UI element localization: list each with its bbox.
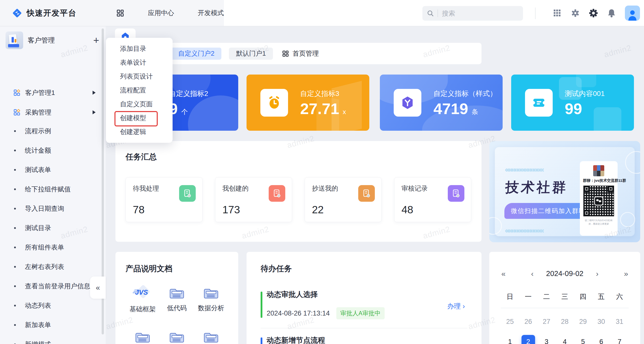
context-menu-item[interactable]: 自定义页面: [106, 97, 173, 111]
calendar-day-cell[interactable]: 30: [594, 315, 608, 328]
document-icon: [358, 185, 375, 202]
search-input[interactable]: [441, 9, 512, 18]
calendar-day-cell[interactable]: 31: [613, 315, 626, 328]
sidebar-link-item[interactable]: 新增模式: [0, 335, 106, 344]
task-summary-card[interactable]: 我创建的 173: [215, 177, 292, 222]
calendar-header: « ‹ 2024-09-02 › »: [501, 269, 629, 282]
metric-card-test-001[interactable]: 测试内容001 99: [511, 75, 634, 131]
community-banner[interactable]: «««««««««««« 技术社群 微信扫描二维码加入群聊 »»»»»»»»»»…: [489, 141, 640, 242]
task-summary-card[interactable]: 抄送我的 22: [305, 177, 382, 222]
doc-item[interactable]: JVS 低代码: [167, 286, 187, 314]
community-title: 技术社群: [505, 178, 568, 197]
settings-outline-icon[interactable]: [589, 8, 598, 18]
sidebar-link-item[interactable]: 左树右表列表: [0, 257, 106, 277]
task-summary-title: 任务汇总: [126, 152, 471, 162]
doc-item[interactable]: JVS 基础框架: [130, 286, 156, 314]
dashboard-icon[interactable]: [116, 9, 124, 17]
bullet-dot: [14, 208, 16, 210]
calendar-day-cell[interactable]: 25: [503, 315, 517, 328]
calendar-day-cell[interactable]: 7: [613, 335, 626, 344]
top-nav: 应用中心 开发模式: [116, 0, 224, 26]
user-avatar[interactable]: [625, 6, 640, 21]
context-menu-item[interactable]: 流程配置: [106, 83, 173, 97]
calendar-day-cell[interactable]: 29: [576, 315, 590, 328]
sidebar-link-item[interactable]: 测试表单: [0, 160, 106, 180]
grid-icon: [282, 50, 289, 57]
app-window: 快速开发平台 应用中心 开发模式: [0, 0, 644, 344]
add-menu-button[interactable]: +: [93, 35, 101, 45]
summary-card-value: 78: [133, 204, 145, 216]
nav-app-center[interactable]: 应用中心: [148, 9, 174, 17]
calendar-next-month-button[interactable]: ›: [596, 269, 598, 278]
doc-item[interactable]: JVS 数据分析: [198, 286, 224, 314]
calendar-day-cell[interactable]: 4: [558, 335, 572, 344]
context-menu-item-label: 自定义页面: [120, 100, 153, 109]
sidebar-link-item[interactable]: 统计金额: [0, 141, 106, 160]
calendar-day-cell[interactable]: 6: [594, 335, 608, 344]
calendar-day-cell[interactable]: 28: [558, 315, 572, 328]
calendar-day-cell[interactable]: 27: [540, 315, 553, 328]
tab-default-portal-1[interactable]: 默认门户1: [229, 48, 273, 60]
metric-unit: 个: [181, 108, 188, 116]
document-icon: [179, 185, 196, 202]
context-menu-item[interactable]: 创建逻辑: [106, 125, 173, 139]
context-menu-item[interactable]: 表单设计: [106, 56, 173, 70]
sidebar-link-item[interactable]: 流程示例: [0, 121, 106, 141]
summary-card-value: 173: [222, 204, 240, 216]
apps-grid-icon[interactable]: [552, 8, 562, 18]
nav-dev-mode[interactable]: 开发模式: [198, 9, 224, 17]
calendar-next-year-button[interactable]: »: [624, 269, 628, 278]
app-thumbnail: [6, 31, 23, 49]
folder-icon[interactable]: [135, 330, 150, 343]
notification-bell-icon[interactable]: [607, 8, 616, 18]
sidebar-group-item[interactable]: 采购管理: [0, 102, 106, 122]
task-summary-card[interactable]: 审核记录 48: [394, 177, 471, 222]
group-avatar: [593, 165, 604, 176]
sidebar-collapse-button[interactable]: «: [90, 277, 106, 299]
settings-filled-icon[interactable]: [571, 8, 580, 18]
sidebar-link-item[interactable]: 所有组件表单: [0, 238, 106, 257]
calendar-day-cell[interactable]: 1: [503, 335, 517, 344]
sidebar-link-item[interactable]: 测试目录: [0, 218, 106, 238]
context-menu-item[interactable]: 列表页设计: [106, 70, 173, 83]
summary-card-value: 48: [401, 204, 413, 216]
context-menu-item[interactable]: 创建模型: [106, 111, 173, 125]
sidebar-link-label: 导入日期查询: [25, 204, 64, 213]
task-handle-link[interactable]: 办理 ›: [447, 302, 465, 311]
sidebar: 客户管理 + 客户管理1: [0, 26, 106, 344]
calendar-day-cell[interactable]: 5: [576, 335, 590, 344]
alarm-clock-icon: [260, 89, 288, 117]
header-icons: [552, 0, 640, 26]
sidebar-link-item[interactable]: 动态列表: [0, 296, 106, 315]
metric-card-custom-3[interactable]: 自定义指标3 27.71x: [247, 75, 369, 131]
bullet-dot: [14, 324, 16, 326]
task-timestamp: 2024-08-26 17:13:14: [267, 309, 330, 317]
sidebar-link-label: 测试目录: [25, 224, 51, 232]
calendar-day-cell[interactable]: 3: [540, 335, 553, 344]
metric-unit: x: [343, 108, 346, 116]
sidebar-link-item[interactable]: 新加表单: [0, 315, 106, 335]
weekday-label: 一: [525, 292, 532, 308]
calendar-day-cell[interactable]: 26: [521, 315, 535, 328]
sidebar-link-item[interactable]: 导入日期查询: [0, 199, 106, 218]
weekday-label: 日: [507, 292, 513, 308]
doc-item-label: 基础框架: [130, 305, 156, 314]
sidebar-group-item[interactable]: 客户管理1: [0, 83, 106, 102]
qr-code: [583, 186, 614, 216]
task-summary-panel: 任务汇总 待我处理: [115, 141, 481, 242]
doc-item-label: 数据分析: [198, 304, 224, 313]
context-menu-item[interactable]: 添加目录: [106, 42, 173, 56]
metric-card-custom-style[interactable]: 自定义指标（样式） 4719条: [380, 75, 503, 131]
calendar-day-cell[interactable]: 2: [521, 335, 535, 344]
sidebar-link-item[interactable]: 查看当前登录用户信息: [0, 277, 106, 296]
task-summary-card[interactable]: 待我处理 78: [126, 177, 203, 222]
search-box[interactable]: [422, 6, 523, 21]
metric-unit: 条: [472, 108, 478, 116]
weekday-label: 二: [543, 292, 550, 308]
folder-icon[interactable]: [170, 330, 184, 343]
sidebar-link-item[interactable]: 给下拉组件赋值: [0, 180, 106, 199]
jvs-logo-icon: JVS: [135, 286, 151, 300]
tab-home-manage[interactable]: 首页管理: [282, 49, 319, 58]
folder-icon[interactable]: [204, 330, 218, 343]
tab-custom-portal-2[interactable]: 自定义门户2: [171, 48, 221, 60]
